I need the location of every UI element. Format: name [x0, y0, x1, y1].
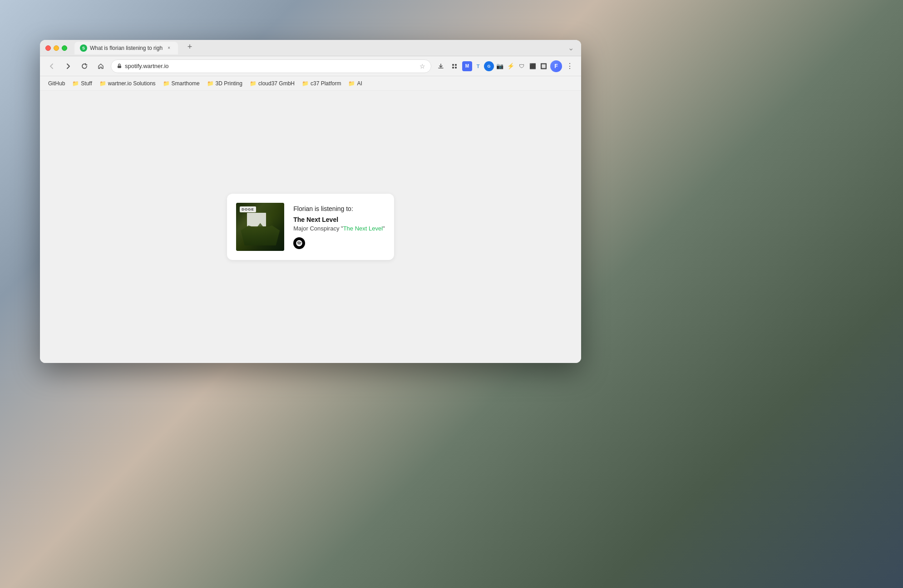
bookmark-ai-label: AI: [357, 80, 362, 87]
ext-icon-1[interactable]: M: [462, 61, 472, 71]
bookmark-c37platform-label: c37 Platform: [311, 80, 341, 87]
traffic-lights: [45, 45, 67, 51]
refresh-button[interactable]: [78, 60, 91, 73]
album-white-rect: [247, 213, 266, 226]
folder-icon-3: 📁: [163, 80, 170, 87]
album-label-badge: DOGE: [240, 206, 256, 212]
ext-icon-5[interactable]: ⚡: [506, 61, 516, 71]
artist-line: Major Conspiracy "The Next Level": [293, 225, 385, 232]
bookmark-github-label: GitHub: [48, 80, 65, 87]
minimize-button[interactable]: [54, 45, 59, 51]
track-name: The Next Level: [293, 216, 385, 223]
svg-rect-3: [452, 67, 454, 69]
address-input[interactable]: [125, 63, 417, 69]
lock-icon: [117, 63, 122, 69]
ext-icon-2[interactable]: T: [473, 61, 483, 71]
close-button[interactable]: [45, 45, 51, 51]
svg-rect-2: [455, 64, 457, 66]
ext-icon-7[interactable]: ⬛: [528, 61, 538, 71]
bookmark-smarthome[interactable]: 📁 Smarthome: [160, 79, 202, 88]
extension-icons: M T G 📷 ⚡ 🛡 ⬛ 🔲: [462, 61, 548, 71]
home-button[interactable]: [94, 60, 107, 73]
navigation-bar: ☆ M T G 📷 ⚡ 🛡 ⬛ 🔲 F ⋮: [40, 56, 581, 76]
ext-icon-8[interactable]: 🔲: [538, 61, 548, 71]
browser-window: S What is florian listening to righ × + …: [40, 40, 581, 363]
artist-name: Major Conspiracy: [293, 225, 341, 232]
bookmark-c37platform[interactable]: 📁 c37 Platform: [299, 79, 344, 88]
folder-icon-5: 📁: [250, 80, 257, 87]
card-info: Florian is listening to: The Next Level …: [293, 205, 385, 249]
back-button[interactable]: [45, 60, 58, 73]
artist-link[interactable]: The Next Level: [343, 225, 383, 232]
folder-icon-4: 📁: [207, 80, 214, 87]
artist-quote-close: ": [383, 225, 385, 232]
album-art-inner: DOGE: [236, 203, 284, 251]
bookmark-3dprinting[interactable]: 📁 3D Printing: [204, 79, 245, 88]
window-controls[interactable]: ⌄: [566, 42, 576, 54]
bookmark-ai[interactable]: 📁 AI: [345, 79, 365, 88]
folder-icon-2: 📁: [99, 80, 106, 87]
tab-title: What is florian listening to righ: [90, 45, 163, 51]
folder-icon-7: 📁: [348, 80, 355, 87]
tab-favicon: S: [80, 44, 87, 52]
album-art: DOGE: [236, 203, 284, 251]
bookmark-wartner[interactable]: 📁 wartner.io Solutions: [97, 79, 158, 88]
bookmark-github[interactable]: GitHub: [45, 79, 68, 88]
bookmark-cloud37[interactable]: 📁 cloud37 GmbH: [247, 79, 297, 88]
ext-icon-3[interactable]: G: [484, 61, 494, 71]
bookmark-3dprinting-label: 3D Printing: [216, 80, 242, 87]
spotify-logo-button[interactable]: [293, 237, 305, 249]
bookmark-stuff[interactable]: 📁 Stuff: [69, 79, 94, 88]
album-silhouette: [241, 220, 280, 245]
menu-button[interactable]: ⋮: [564, 60, 576, 72]
svg-rect-4: [455, 67, 457, 69]
address-bar-container[interactable]: ☆: [111, 59, 431, 73]
bookmarks-bar: GitHub 📁 Stuff 📁 wartner.io Solutions 📁 …: [40, 76, 581, 91]
star-icon[interactable]: ☆: [419, 63, 425, 70]
page-content: DOGE Florian is listening to: The Next L…: [40, 91, 581, 363]
new-tab-button[interactable]: +: [183, 41, 196, 54]
folder-icon: 📁: [72, 80, 79, 87]
bookmark-stuff-label: Stuff: [81, 80, 92, 87]
maximize-button[interactable]: [62, 45, 67, 51]
title-bar: S What is florian listening to righ × + …: [40, 40, 581, 56]
svg-rect-0: [118, 65, 121, 68]
active-tab[interactable]: S What is florian listening to righ ×: [74, 42, 178, 54]
ext-icon-4[interactable]: 📷: [495, 61, 505, 71]
folder-icon-6: 📁: [302, 80, 309, 87]
svg-rect-1: [452, 64, 454, 66]
ext-icon-6[interactable]: 🛡: [517, 61, 527, 71]
music-card: DOGE Florian is listening to: The Next L…: [227, 194, 394, 260]
profile-icon[interactable]: F: [550, 60, 562, 72]
download-icon[interactable]: [435, 60, 447, 72]
forward-button[interactable]: [62, 60, 74, 73]
extensions-puzzle-icon[interactable]: [449, 60, 460, 72]
now-listening-heading: Florian is listening to:: [293, 205, 385, 212]
bookmark-cloud37-label: cloud37 GmbH: [258, 80, 295, 87]
bookmark-wartner-label: wartner.io Solutions: [108, 80, 156, 87]
tab-close-button[interactable]: ×: [165, 44, 173, 52]
nav-actions: M T G 📷 ⚡ 🛡 ⬛ 🔲 F ⋮: [435, 60, 576, 72]
bookmark-smarthome-label: Smarthome: [172, 80, 200, 87]
